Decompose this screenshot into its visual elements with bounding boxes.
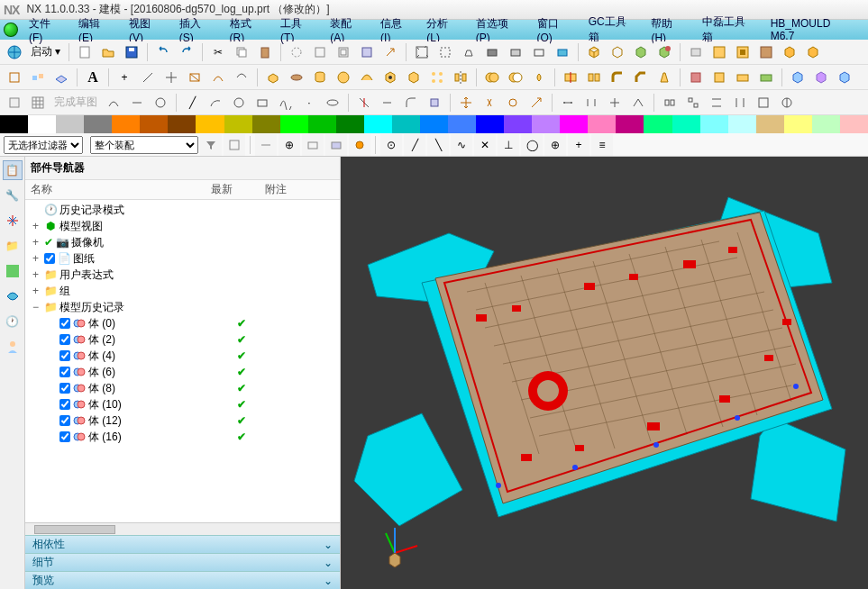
t3-arc[interactable] (205, 92, 226, 113)
tree-user-expr[interactable]: 用户表达式 (59, 267, 114, 283)
sweep-icon[interactable] (356, 67, 378, 88)
shade-icon[interactable] (552, 41, 573, 63)
t3-g4[interactable] (729, 92, 751, 113)
face1-icon[interactable] (685, 67, 707, 88)
color-swatch[interactable] (476, 115, 504, 133)
t3-circle[interactable] (228, 92, 250, 113)
edit3-icon[interactable] (834, 67, 855, 88)
section-detail[interactable]: 细节⌄ (25, 553, 340, 571)
redo-icon[interactable] (176, 41, 197, 63)
tree-body[interactable]: 体 (16) (88, 430, 122, 445)
chamfer-icon[interactable] (630, 67, 652, 88)
face4-icon[interactable] (755, 67, 777, 88)
new-icon[interactable] (74, 41, 96, 63)
feature-tree[interactable]: 🕐历史记录模式 +⬢模型视图 +✔📷摄像机 +📄图纸 +📁用户表达式 +📁组 −… (25, 200, 340, 522)
sphere-icon[interactable] (333, 67, 354, 88)
nav-history-icon[interactable]: 🕐 (3, 312, 23, 331)
color-swatch[interactable] (504, 115, 532, 133)
col-note[interactable]: 附注 (265, 182, 301, 197)
t3-c2[interactable] (126, 92, 148, 113)
tree-drawing[interactable]: 图纸 (73, 251, 95, 267)
tb1-e[interactable] (379, 41, 401, 63)
t3-m3[interactable] (604, 92, 626, 113)
color-swatch[interactable] (840, 115, 868, 133)
paste-icon[interactable] (254, 41, 276, 63)
mold5-icon[interactable] (802, 41, 824, 63)
color-swatch[interactable] (56, 115, 84, 133)
persp-icon[interactable] (458, 41, 480, 63)
mold2-icon[interactable] (732, 41, 754, 63)
render2-icon[interactable] (505, 41, 526, 63)
datum-icon[interactable] (27, 67, 49, 88)
box4-icon[interactable] (653, 41, 675, 63)
nav-asm-icon[interactable]: 🔧 (3, 186, 23, 205)
mold3-icon[interactable] (755, 41, 777, 63)
color-swatch[interactable] (224, 115, 252, 133)
snap9-icon[interactable]: + (568, 134, 589, 156)
f-btn5[interactable] (302, 134, 324, 156)
t3-pan[interactable] (479, 92, 500, 113)
wire-icon[interactable] (528, 41, 550, 63)
f-btn6[interactable] (325, 134, 347, 156)
box1-icon[interactable] (583, 41, 605, 63)
tree-camera[interactable]: 摄像机 (71, 235, 104, 250)
snap7-icon[interactable]: ◯ (521, 134, 543, 156)
mirror-icon[interactable] (450, 67, 471, 88)
t3-g1[interactable] (659, 92, 681, 113)
point-icon[interactable]: + (114, 67, 135, 88)
t3-g3[interactable] (706, 92, 727, 113)
color-swatch[interactable] (336, 115, 364, 133)
cross-icon[interactable] (160, 67, 182, 88)
section-preview[interactable]: 预览⌄ (25, 571, 340, 589)
subtract-icon[interactable] (505, 67, 526, 88)
color-swatch[interactable] (672, 115, 700, 133)
t3-c3[interactable] (150, 92, 171, 113)
snap2-icon[interactable]: ╱ (404, 134, 425, 156)
color-swatch[interactable] (532, 115, 560, 133)
t3-mesh[interactable] (27, 92, 49, 113)
snap10-icon[interactable]: ≡ (591, 134, 613, 156)
text-icon[interactable]: A (82, 67, 104, 88)
color-swatch[interactable] (140, 115, 168, 133)
undo-icon[interactable] (152, 41, 174, 63)
t3-scale[interactable] (525, 92, 547, 113)
color-swatch[interactable] (588, 115, 616, 133)
snap5-icon[interactable]: ✕ (474, 134, 496, 156)
color-swatch[interactable] (420, 115, 448, 133)
t3-ellipse[interactable] (322, 92, 343, 113)
tb1-a[interactable] (286, 41, 307, 63)
t3-m2[interactable] (580, 92, 602, 113)
snap8-icon[interactable]: ⊕ (544, 134, 566, 156)
t3-g2[interactable] (682, 92, 704, 113)
intersect-icon[interactable] (528, 67, 550, 88)
color-swatch[interactable] (644, 115, 672, 133)
t3-pt[interactable]: · (298, 92, 320, 113)
t3-spline[interactable] (275, 92, 297, 113)
cylinder-icon[interactable] (309, 67, 331, 88)
fit-icon[interactable] (411, 41, 433, 63)
revolve-icon[interactable] (286, 67, 307, 88)
curve1-icon[interactable] (207, 67, 229, 88)
t3-c1[interactable] (103, 92, 124, 113)
col-name[interactable]: 名称 (31, 182, 211, 197)
curve2-icon[interactable] (231, 67, 252, 88)
color-swatch[interactable] (560, 115, 588, 133)
render1-icon[interactable] (481, 41, 503, 63)
section-deps[interactable]: 相依性⌄ (25, 535, 340, 553)
t3-fillet[interactable] (400, 92, 422, 113)
f-btn7[interactable] (349, 134, 370, 156)
fillet-icon[interactable] (607, 67, 628, 88)
line-icon[interactable] (137, 67, 159, 88)
scope-filter[interactable]: 整个装配 (90, 136, 198, 154)
trim-icon[interactable] (560, 67, 581, 88)
pattern-icon[interactable] (426, 67, 448, 88)
snap4-icon[interactable]: ∿ (451, 134, 472, 156)
tree-body[interactable]: 体 (12) (88, 413, 122, 429)
tb1-c[interactable] (333, 41, 354, 63)
color-swatch[interactable] (812, 115, 840, 133)
app-button[interactable] (4, 23, 18, 37)
nav-hd3d-icon[interactable] (3, 261, 23, 281)
color-swatch[interactable] (756, 115, 784, 133)
box2-icon[interactable] (607, 41, 628, 63)
tree-body[interactable]: 体 (4) (88, 349, 115, 364)
